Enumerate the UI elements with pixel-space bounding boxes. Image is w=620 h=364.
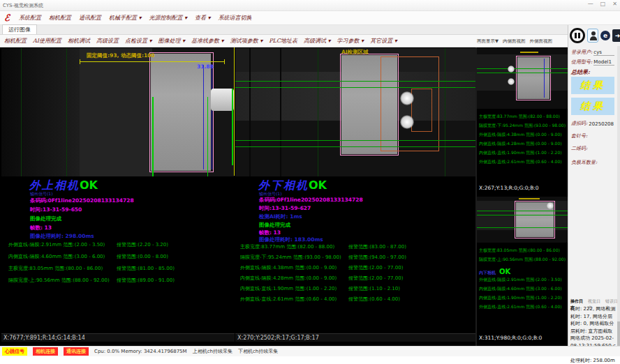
toolbar-button[interactable]: 其它设置 ▾ <box>370 37 397 45</box>
frame-count-line: 帧数: 13 <box>30 225 52 232</box>
model-label: 使用型号: <box>571 59 592 66</box>
overlay-blue-line <box>203 65 204 169</box>
mid-measurements: 主极宽度:83.77mm 范围:(82.00 - 88.00) 报警范围:(83… <box>240 243 406 303</box>
camera-name: 内下相机 <box>479 270 496 275</box>
overlay-green-line <box>318 48 318 176</box>
user-icon <box>591 31 596 36</box>
measurement-row: 外侧直线-直线:2.61mm 范围:(0.60 - 4.00) 报警范围:(0.… <box>240 296 406 303</box>
toolbar-button[interactable]: 图像处理 ▾ <box>158 37 186 45</box>
frame-count-line: 帧数: 13 <box>259 229 281 236</box>
measurement-alarm: 报警范围:(81.00 - 85.00) <box>117 265 175 272</box>
overlay-orange-rect-inner <box>411 89 432 132</box>
overlay-green-edge <box>232 89 233 165</box>
left-camera-image[interactable]: 固定阈值:93, 动态阈值:100 31.88 <box>1 48 235 176</box>
status-ok: OK <box>309 179 327 192</box>
measurement-row: 内侧直线-隔膜:4.60mm 范围:(3.00 - 6.00) 报警范围:(0.… <box>8 253 175 260</box>
thumb2-text-lines: 外侧直线-隔膜:2.91mm 范围:(2.00 - 3.50)内侧直线-隔膜:4… <box>479 275 562 311</box>
measurement-row: 外侧直线-隔膜:4.38mm 范围:(0.00 - 9.00) 报警范围:(2.… <box>240 264 406 271</box>
toolbar-button[interactable]: 相机配置 <box>4 37 27 45</box>
measurement-row: 隔膜宽度-下:95.24mm 范围:(93.00 - 98.00) 报警范围:(… <box>240 254 406 261</box>
toolbar-button[interactable]: PLC地址表 <box>269 37 297 45</box>
overlay-blue-line <box>212 65 212 169</box>
toolbar-button[interactable]: 高级设置 <box>96 37 119 45</box>
image-structure-line <box>280 48 281 176</box>
window-title: CYS-视觉检测系统 <box>3 2 43 9</box>
toolbar-button[interactable]: 高级调试 ▾ <box>304 37 331 45</box>
barcode-line: 条码码:0Ff1line20250208133134728 <box>259 197 363 204</box>
maximize-button[interactable]: □ <box>600 1 606 7</box>
thumb-measurement-line: 外侧直线-隔膜:2.91mm 范围:(2.00 - 3.50) <box>479 275 562 284</box>
thumb1-text-lines: 主极宽度:83.77mm 范围:(82.00 - 88.00)隔膜宽度-下:95… <box>479 112 566 166</box>
right-panel-scrollbar[interactable] <box>617 46 620 353</box>
thumb2-coords-footer: X:311;Y:980;R:0;G:0;B:0 <box>478 334 543 342</box>
overlay-green-hline <box>235 146 475 147</box>
camera-name: 外上相机 <box>29 179 80 192</box>
e-stop-button[interactable]: e <box>600 31 610 40</box>
tab-row: 运行图像 <box>0 25 620 35</box>
measurement-row: 内侧直线-隔膜:4.28mm 范围:(0.00 - 9.00) 报警范围:(2.… <box>240 275 406 282</box>
menu-item[interactable]: 通讯配置 <box>79 14 101 22</box>
threshold-overlay-label: 固定阈值:93, 动态阈值:100 <box>87 52 155 59</box>
toolbar-button[interactable]: AI使用配置 <box>33 37 61 45</box>
status-ok: OK <box>80 179 98 192</box>
close-button[interactable]: ✕ <box>612 1 617 7</box>
overlay-yellow-tick <box>80 59 80 64</box>
thumb1-camera-image[interactable] <box>477 49 568 109</box>
exit-button[interactable]: ➜ <box>612 29 620 42</box>
result-text: 结果 <box>580 100 605 113</box>
virtual-code-label: 虚拟码: <box>571 120 587 127</box>
comm-connection-badge: 通讯连接 <box>64 347 89 356</box>
menu-item[interactable]: 机械手配置 ▾ <box>109 14 142 22</box>
menu-item[interactable]: 光源控制配置 ▾ <box>149 14 187 22</box>
view-option-outer[interactable]: 外侧面视图 <box>530 38 553 45</box>
view-option-inner[interactable]: 内侧面视图 <box>503 38 526 45</box>
overlay-green-hline <box>235 87 475 88</box>
toolbar-items: 相机配置AI使用配置相机调试高级设置点检设置 ▾图像处理 ▾基准线参数 ▾测试项… <box>4 37 397 45</box>
left-coords-footer: X:7677;Y:891;R:14;G:14;B:14 <box>1 333 235 342</box>
overlay-blue-line <box>544 59 545 98</box>
view-select-dropdown[interactable]: 画面显示▼ <box>477 38 499 45</box>
status-bar: 心跳信号 相机连接 通讯连接 Cpu: 0.0% Memory: 3424.41… <box>0 346 620 356</box>
ai-time-line: 检测AI耗时: 1ms <box>259 213 302 220</box>
cell-region <box>151 54 211 171</box>
overlay-green-line <box>66 48 67 176</box>
overlay-green-hline <box>235 140 475 141</box>
lower-camera-status: 下相机ch持续采集 <box>238 348 278 355</box>
toolbar-button[interactable]: 基准线参数 ▾ <box>191 37 224 45</box>
total-result-label: 总结果: <box>571 68 590 76</box>
toolbar-button[interactable]: 相机调试 <box>68 37 90 45</box>
main-view-area: 固定阈值:93, 动态阈值:100 31.88 外上相机OK 输出信号(1) 条… <box>0 47 568 346</box>
tab-run-image[interactable]: 运行图像 <box>2 24 37 34</box>
toolbar-button[interactable]: 测试项参数 ▾ <box>230 37 263 45</box>
thumb-measurement-line: 隔膜宽度-上:90.56mm 范围:(88.00 - 92.00) <box>479 255 566 264</box>
menu-item[interactable]: 系统语言切换 <box>219 14 252 22</box>
highlight-blob <box>400 91 414 105</box>
pause-button[interactable] <box>570 28 585 43</box>
right-control-panel: e ➜ 登录用户: cys 使用型号: Model1 总结果: 结果 结果 虚拟… <box>568 25 620 356</box>
thumb2-camera-image[interactable] <box>477 197 568 243</box>
measurement-row: 隔膜宽度-上:90.56mm 范围:(88.00 - 92.00) 报警范围:(… <box>8 277 175 284</box>
highlight-blob <box>547 202 554 209</box>
login-user-label: 登录用户: <box>571 49 592 56</box>
mid-camera-image[interactable]: AI检测区域 <box>235 48 475 176</box>
user-login-button[interactable] <box>587 29 598 43</box>
measure-value-label: 31.88 <box>197 63 214 70</box>
thumb-measurement-line: 内侧直线-直线:1.90mm 范围:(1.00 - 2.20) <box>479 293 562 302</box>
overlay-yellow-line <box>80 61 225 62</box>
menu-item[interactable]: 系统配置 <box>19 14 41 22</box>
overlay-green-hline <box>477 215 568 215</box>
menu-item[interactable]: 相机配置 <box>49 14 71 22</box>
minimize-button[interactable]: — <box>588 1 593 7</box>
measurement-text: 外侧直线-隔膜:2.91mm 范围:(2.00 - 3.50) <box>8 241 117 248</box>
overlay-green-line <box>21 48 22 176</box>
toolbar-button[interactable]: 学习参数 ▾ <box>337 37 364 45</box>
measurement-alarm: 报警范围:(94.00 - 97.00) <box>348 254 406 261</box>
menu-item[interactable]: 查看 ▾ <box>195 14 211 22</box>
mid-coords-footer: X:270;Y:2502;R:17;G:17;B:17 <box>235 333 475 342</box>
time-line: 时间:13-31-59-650 <box>30 206 82 213</box>
scrollbar-thumb[interactable] <box>617 321 620 349</box>
thumb-measurement-line: 主极宽度:83.05mm 范围:(80.00 - 86.00) <box>479 245 566 255</box>
ai-region-overlay-label: AI检测区域 <box>341 49 369 56</box>
toolbar-button[interactable]: 点检设置 ▾ <box>125 37 152 45</box>
measurement-alarm: 报警范围:(0.60 - 4.00) <box>348 296 400 303</box>
